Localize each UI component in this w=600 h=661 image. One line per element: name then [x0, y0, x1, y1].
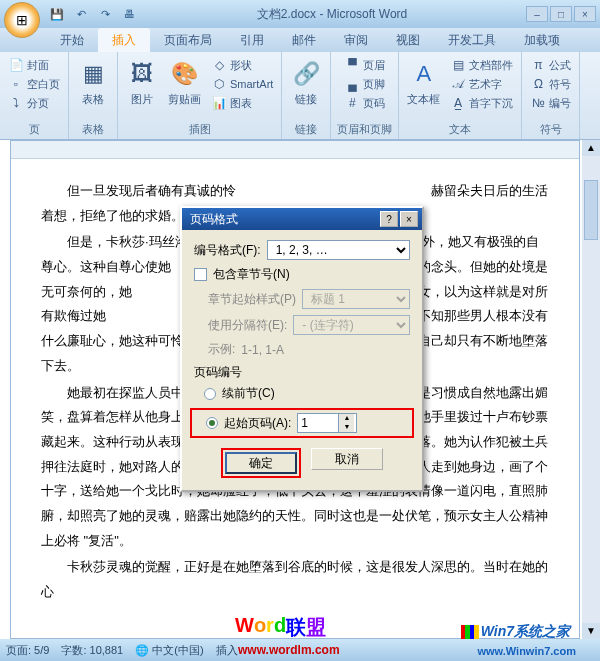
- dialog-close-button[interactable]: ×: [400, 211, 418, 227]
- dropcap-button[interactable]: A̲首字下沉: [448, 94, 515, 112]
- continue-label: 续前节(C): [222, 385, 275, 402]
- dropcap-icon: A̲: [450, 95, 466, 111]
- start-at-spinner[interactable]: ▲ ▼: [297, 413, 357, 433]
- number-format-select[interactable]: 1, 2, 3, …: [267, 240, 410, 260]
- link-icon: 🔗: [290, 58, 322, 90]
- continue-radio[interactable]: [204, 388, 216, 400]
- vertical-scrollbar[interactable]: ▲ ▼: [582, 140, 600, 639]
- tab-developer[interactable]: 开发工具: [434, 28, 510, 52]
- group-symbols-label: 符号: [540, 120, 562, 137]
- scrollbar-thumb[interactable]: [584, 180, 598, 240]
- tab-view[interactable]: 视图: [382, 28, 434, 52]
- wordart-button[interactable]: 𝒜艺术字: [448, 75, 515, 93]
- group-pages: 📄封面 ▫空白页 ⤵分页 页: [0, 52, 69, 139]
- start-at-label: 起始页码(A):: [224, 415, 291, 432]
- ruler[interactable]: [11, 141, 579, 159]
- textbox-icon: A: [408, 58, 440, 90]
- start-at-radio[interactable]: [206, 417, 218, 429]
- group-text-label: 文本: [449, 120, 471, 137]
- pagenum-icon: #: [344, 95, 360, 111]
- group-symbols: π公式 Ω符号 №编号 符号: [522, 52, 580, 139]
- clipart-button[interactable]: 🎨剪贴画: [166, 56, 203, 109]
- dialog-body: 编号格式(F): 1, 2, 3, … 包含章节号(N) 章节起始样式(P) 标…: [182, 230, 422, 490]
- group-pages-label: 页: [29, 120, 40, 137]
- maximize-button[interactable]: □: [550, 6, 572, 22]
- group-tables-label: 表格: [82, 120, 104, 137]
- blank-page-button[interactable]: ▫空白页: [6, 75, 62, 93]
- number-button[interactable]: №编号: [528, 94, 573, 112]
- separator-label: 使用分隔符(E):: [208, 317, 287, 334]
- picture-icon: 🖼: [126, 58, 158, 90]
- picture-button[interactable]: 🖼图片: [124, 56, 160, 109]
- page-break-button[interactable]: ⤵分页: [6, 94, 62, 112]
- group-links-label: 链接: [295, 120, 317, 137]
- example-value: 1-1, 1-A: [241, 343, 284, 357]
- break-icon: ⤵: [8, 95, 24, 111]
- footer-button[interactable]: ▄页脚: [342, 75, 387, 93]
- tab-layout[interactable]: 页面布局: [150, 28, 226, 52]
- equation-icon: π: [530, 57, 546, 73]
- cancel-button[interactable]: 取消: [311, 448, 383, 470]
- tab-addins[interactable]: 加载项: [510, 28, 574, 52]
- ok-button[interactable]: 确定: [225, 452, 297, 474]
- textbox-button[interactable]: A文本框: [405, 56, 442, 109]
- include-chapter-label: 包含章节号(N): [213, 266, 290, 283]
- close-button[interactable]: ×: [574, 6, 596, 22]
- tab-home[interactable]: 开始: [46, 28, 98, 52]
- include-chapter-checkbox[interactable]: [194, 268, 207, 281]
- clipart-icon: 🎨: [169, 58, 201, 90]
- page-numbering-label: 页码编号: [194, 364, 410, 381]
- group-text: A文本框 ▤文档部件 𝒜艺术字 A̲首字下沉 文本: [399, 52, 522, 139]
- smartart-button[interactable]: ⬡SmartArt: [209, 75, 275, 93]
- qat-print[interactable]: 🖶: [120, 5, 138, 23]
- tab-review[interactable]: 审阅: [330, 28, 382, 52]
- status-ime[interactable]: 🌐 中文(中国): [135, 643, 203, 658]
- blank-icon: ▫: [8, 76, 24, 92]
- scroll-up-arrow[interactable]: ▲: [582, 140, 600, 156]
- page-number-format-dialog: 页码格式 ? × 编号格式(F): 1, 2, 3, … 包含章节号(N) 章节…: [180, 206, 424, 492]
- qat-save[interactable]: 💾: [48, 5, 66, 23]
- chapter-style-label: 章节起始样式(P): [208, 291, 296, 308]
- group-illus-label: 插图: [189, 120, 211, 137]
- tab-insert[interactable]: 插入: [98, 28, 150, 52]
- status-page[interactable]: 页面: 5/9: [6, 643, 49, 658]
- number-icon: №: [530, 95, 546, 111]
- header-button[interactable]: ▀页眉: [342, 56, 387, 74]
- tab-references[interactable]: 引用: [226, 28, 278, 52]
- status-words[interactable]: 字数: 10,881: [61, 643, 123, 658]
- page-number-button[interactable]: #页码: [342, 94, 387, 112]
- chart-icon: 📊: [211, 95, 227, 111]
- quick-access-toolbar: 💾 ↶ ↷ 🖶: [48, 5, 138, 23]
- dialog-help-button[interactable]: ?: [380, 211, 398, 227]
- qat-undo[interactable]: ↶: [72, 5, 90, 23]
- table-button[interactable]: ▦表格: [75, 56, 111, 109]
- link-button[interactable]: 🔗链接: [288, 56, 324, 109]
- ribbon-tabs: 开始 插入 页面布局 引用 邮件 审阅 视图 开发工具 加载项: [0, 28, 600, 52]
- symbol-icon: Ω: [530, 76, 546, 92]
- ribbon: 📄封面 ▫空白页 ⤵分页 页 ▦表格 表格 🖼图片 🎨剪贴画 ◇形状 ⬡Smar…: [0, 52, 600, 140]
- tab-mailings[interactable]: 邮件: [278, 28, 330, 52]
- chapter-style-select: 标题 1: [302, 289, 410, 309]
- equation-button[interactable]: π公式: [528, 56, 573, 74]
- shapes-button[interactable]: ◇形状: [209, 56, 275, 74]
- spin-down[interactable]: ▼: [339, 423, 354, 432]
- office-button[interactable]: ⊞: [4, 2, 40, 38]
- dialog-titlebar[interactable]: 页码格式 ? ×: [182, 208, 422, 230]
- scroll-down-arrow[interactable]: ▼: [582, 623, 600, 639]
- separator-select: - (连字符): [293, 315, 410, 335]
- chart-button[interactable]: 📊图表: [209, 94, 275, 112]
- group-illustrations: 🖼图片 🎨剪贴画 ◇形状 ⬡SmartArt 📊图表 插图: [118, 52, 282, 139]
- start-at-input[interactable]: [298, 414, 338, 432]
- cover-icon: 📄: [8, 57, 24, 73]
- qat-redo[interactable]: ↷: [96, 5, 114, 23]
- status-insert[interactable]: 插入: [216, 643, 238, 658]
- footer-icon: ▄: [344, 76, 360, 92]
- para[interactable]: 卡秋莎灵魂的觉醒，正好是在她堕落到谷底的时候，这是很发人深思的。当时在她的心: [41, 555, 549, 604]
- parts-button[interactable]: ▤文档部件: [448, 56, 515, 74]
- shapes-icon: ◇: [211, 57, 227, 73]
- minimize-button[interactable]: –: [526, 6, 548, 22]
- parts-icon: ▤: [450, 57, 466, 73]
- cover-page-button[interactable]: 📄封面: [6, 56, 62, 74]
- spin-up[interactable]: ▲: [339, 414, 354, 423]
- symbol-button[interactable]: Ω符号: [528, 75, 573, 93]
